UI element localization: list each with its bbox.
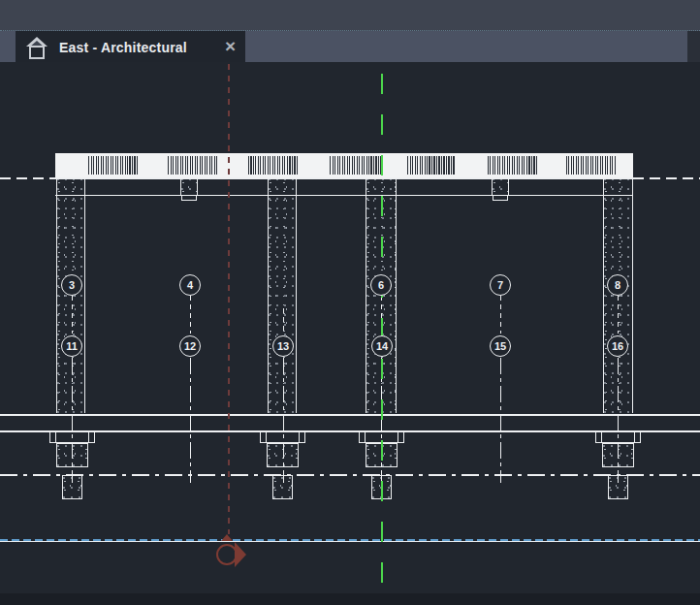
footing-cap-step	[365, 431, 366, 443]
grid-centerline	[618, 358, 619, 483]
beam-line-lower	[55, 195, 633, 196]
footing-cap-step	[55, 431, 56, 443]
grid-centerline	[190, 358, 191, 483]
footing-cap-step	[299, 431, 300, 443]
grid-bubble: 7	[490, 274, 511, 296]
footing-cap-step	[88, 431, 89, 443]
grid-centerline-dashed	[190, 296, 191, 334]
footing-cap-step	[634, 431, 635, 443]
grid-centerline-dashed	[283, 308, 284, 334]
green-dashed-line	[381, 74, 383, 586]
beam-line	[55, 177, 633, 179]
footing-pile	[272, 475, 293, 499]
grid-centerline-dashed	[72, 296, 73, 334]
column	[268, 177, 297, 413]
file-tab-bar[interactable]: East - Architectural ×	[0, 31, 700, 62]
grid-centerline	[500, 358, 501, 483]
hatch-block	[168, 156, 219, 175]
hatch-block	[330, 156, 383, 175]
beam-stub	[492, 177, 509, 195]
footing-pier	[267, 443, 299, 467]
grid-centerline	[72, 358, 73, 483]
dashdot-line	[0, 474, 700, 476]
grid-bubble: 13	[272, 335, 294, 357]
grid-bubble: 4	[179, 274, 201, 296]
floor-line	[0, 414, 700, 416]
white-underline	[0, 541, 700, 542]
grid-bubble: 8	[607, 274, 628, 296]
dashed-level-line	[0, 177, 55, 179]
grid-centerline-dashed	[618, 296, 619, 334]
drawing-tab-east-architectural[interactable]: East - Architectural ×	[16, 31, 245, 63]
grid-bubble: 14	[371, 335, 393, 357]
grid-bubble: 11	[61, 335, 82, 357]
hatch-block	[248, 156, 298, 175]
hatch-block	[88, 156, 139, 175]
hatch-block	[566, 156, 616, 175]
footing-cap-step	[266, 431, 267, 443]
grid-bubble: 15	[490, 335, 511, 357]
close-icon[interactable]: ×	[225, 37, 236, 55]
grid-bubble: 16	[607, 335, 628, 357]
dashed-level-line	[633, 177, 700, 179]
beam-stub	[180, 177, 198, 195]
grid-bubble: 3	[61, 274, 82, 296]
title-strip	[0, 0, 700, 31]
grid-centerline-dashed	[500, 296, 501, 334]
footing-cap-step	[601, 431, 602, 443]
grid-centerline	[283, 358, 284, 483]
rotate-marker-tip	[221, 534, 233, 541]
rotate-marker-arrow	[235, 542, 246, 567]
hatch-block	[407, 156, 456, 175]
footing-cap-step	[398, 431, 398, 443]
home-icon[interactable]	[25, 37, 48, 58]
hatch-block	[488, 156, 537, 175]
application-window: East - Architectural × 34678111213141516	[0, 0, 700, 605]
grid-bubble: 12	[179, 335, 201, 357]
grid-bubble: 6	[370, 274, 392, 296]
red-dashed-line	[228, 64, 230, 534]
tab-title: East - Architectural	[59, 40, 214, 55]
bottom-edge-strip	[0, 593, 700, 605]
cad-viewport[interactable]: 34678111213141516	[0, 62, 700, 593]
tab-bar-end	[687, 31, 700, 62]
